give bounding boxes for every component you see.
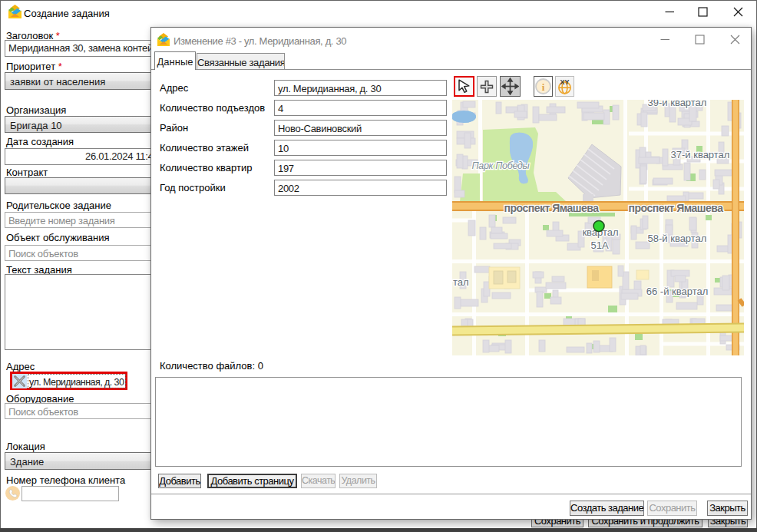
- svg-text:37-й квартал: 37-й квартал: [671, 149, 730, 160]
- svg-text:66 -й квартал: 66 -й квартал: [646, 286, 709, 297]
- svg-text:58-й квартал: 58-й квартал: [648, 233, 707, 244]
- svg-text:тал: тал: [453, 276, 469, 288]
- svg-text:проспект Ямашева: проспект Ямашева: [629, 202, 724, 214]
- svg-text:XY: XY: [560, 78, 569, 86]
- svg-text:51А: 51А: [590, 240, 608, 251]
- svg-text:i: i: [542, 81, 545, 93]
- svg-text:проспект Ямашева: проспект Ямашева: [504, 202, 600, 214]
- svg-text:39-й квартал: 39-й квартал: [648, 100, 707, 108]
- svg-text:Парк Победы: Парк Победы: [472, 160, 530, 171]
